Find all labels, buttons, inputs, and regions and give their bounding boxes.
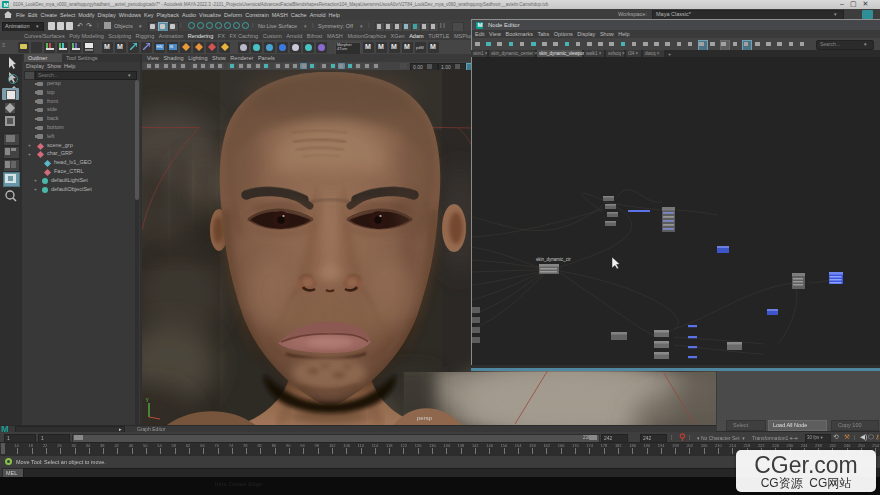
svg-text:skin_dynamic_ctr: skin_dynamic_ctr (536, 257, 571, 262)
svg-text:persp: persp (417, 415, 433, 421)
